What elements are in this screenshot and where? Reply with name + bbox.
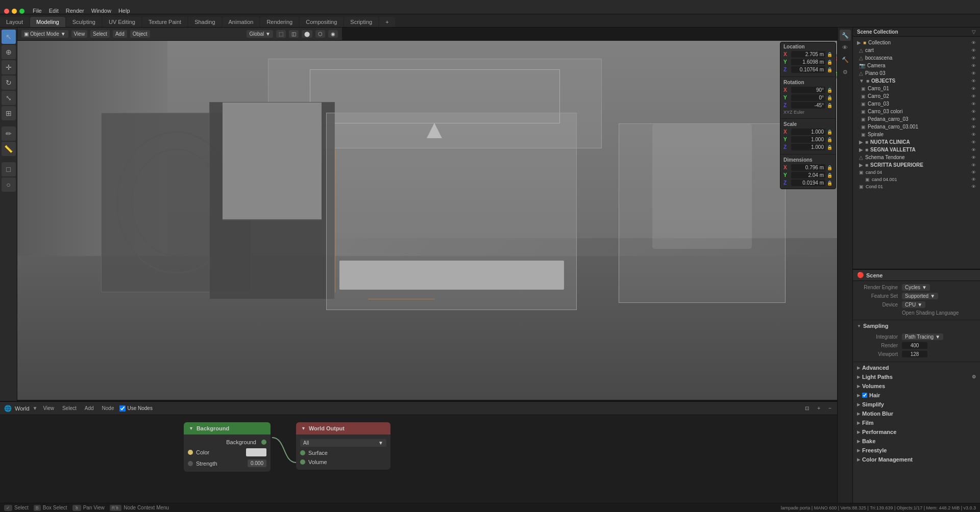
tool-rotate[interactable]: ↻ bbox=[2, 75, 16, 90]
shading-solid[interactable]: ⬤ bbox=[302, 30, 312, 38]
tree-schema-tendone[interactable]: △ Schema Tendone 👁 bbox=[853, 153, 980, 161]
render-engine-dropdown[interactable]: Cycles ▼ bbox=[902, 284, 930, 291]
loc-y-value[interactable]: 1.6098 m bbox=[791, 59, 825, 65]
nc-eye[interactable]: 👁 bbox=[971, 140, 976, 145]
rot-z-lock[interactable]: 🔒 bbox=[827, 103, 832, 108]
tree-cond01[interactable]: ▣ Cond 01 👁 bbox=[853, 183, 980, 190]
film-title[interactable]: ▶ Film bbox=[853, 418, 980, 427]
tab-animation[interactable]: Animation bbox=[223, 17, 260, 27]
tool-scale[interactable]: ⤡ bbox=[2, 91, 16, 105]
scale-z-value[interactable]: 1.000 bbox=[791, 144, 825, 150]
tree-camera[interactable]: 📷 Camera 👁 bbox=[853, 62, 980, 69]
dim-x-value[interactable]: 0.796 m bbox=[791, 164, 825, 171]
viewport-3d[interactable]: User Perspective (0) lampade porta | MAN… bbox=[17, 41, 852, 400]
volumes-title[interactable]: ▶ Volumes bbox=[853, 381, 980, 391]
tool-move[interactable]: ✛ bbox=[2, 60, 16, 74]
cart-eye[interactable]: 👁 bbox=[971, 48, 976, 53]
rot-y-lock[interactable]: 🔒 bbox=[827, 95, 832, 100]
performance-title[interactable]: ▶ Performance bbox=[853, 427, 980, 437]
tree-cand04-001[interactable]: ▣ cand 04.001 👁 bbox=[853, 176, 980, 183]
global-selector[interactable]: Global ▼ bbox=[247, 30, 273, 38]
tree-pedana[interactable]: ▣ Pedana_carro_03 👁 bbox=[853, 115, 980, 123]
ne-zoom-in[interactable]: + bbox=[815, 404, 823, 412]
ne-zoom-fit[interactable]: ⊡ bbox=[802, 404, 812, 412]
tree-nuota-clinica[interactable]: ▶ ■ NUOTA CLINICA 👁 bbox=[853, 138, 980, 146]
tab-add[interactable]: + bbox=[379, 17, 395, 27]
loc-z-lock[interactable]: 🔒 bbox=[827, 67, 832, 72]
tree-boccascena[interactable]: △ boccascena 👁 bbox=[853, 54, 980, 62]
spirale-eye[interactable]: 👁 bbox=[971, 132, 976, 137]
loc-x-value[interactable]: 2.705 m bbox=[791, 51, 825, 58]
dim-z-lock[interactable]: 🔒 bbox=[827, 181, 832, 186]
ne-node[interactable]: Node bbox=[100, 404, 117, 412]
shading-render[interactable]: ◉ bbox=[328, 30, 338, 38]
camera-eye[interactable]: 👁 bbox=[971, 63, 976, 68]
objects-eye[interactable]: 👁 bbox=[971, 79, 976, 84]
boccascena-eye[interactable]: 👁 bbox=[971, 56, 976, 61]
vp-select[interactable]: Select bbox=[90, 30, 110, 38]
tree-carro02[interactable]: ▣ Carro_02 👁 bbox=[853, 92, 980, 100]
tab-rendering[interactable]: Rendering bbox=[260, 17, 299, 27]
tree-objects-coll[interactable]: ▼ ■ OBJECTS 👁 bbox=[853, 77, 980, 85]
sampling-title[interactable]: ▼ Sampling bbox=[853, 321, 980, 330]
scale-z-lock[interactable]: 🔒 bbox=[827, 145, 832, 150]
overlay-btn[interactable]: ⬚ bbox=[276, 30, 286, 38]
carro03-eye[interactable]: 👁 bbox=[971, 101, 976, 107]
tool-transform[interactable]: ⊞ bbox=[2, 106, 16, 120]
vp-view[interactable]: View bbox=[71, 30, 88, 38]
hair-toggle[interactable] bbox=[862, 393, 867, 398]
rot-z-value[interactable]: -45° bbox=[791, 102, 825, 109]
rs-modifier[interactable]: ⚙ bbox=[840, 66, 851, 78]
tool-select[interactable]: ↖ bbox=[2, 30, 16, 44]
hair-title[interactable]: ▶ Hair bbox=[853, 391, 980, 400]
close-button[interactable] bbox=[4, 9, 9, 14]
rot-y-value[interactable]: 0° bbox=[791, 94, 825, 101]
tree-cand04[interactable]: ▣ cand 04 👁 bbox=[853, 169, 980, 176]
node-canvas[interactable]: World ▼ Background Background Color bbox=[0, 415, 852, 512]
rs-view[interactable]: 👁 bbox=[840, 42, 851, 53]
loc-x-lock[interactable]: 🔒 bbox=[827, 52, 832, 57]
scale-y-value[interactable]: 1.000 bbox=[791, 136, 825, 143]
ss-eye[interactable]: 👁 bbox=[971, 163, 976, 168]
tab-texture-paint[interactable]: Texture Paint bbox=[142, 17, 187, 27]
tool-cursor[interactable]: ⊕ bbox=[2, 45, 16, 59]
minimize-button[interactable] bbox=[12, 9, 17, 14]
menu-window[interactable]: Window bbox=[88, 7, 114, 15]
advanced-title[interactable]: ▶ Advanced bbox=[853, 363, 980, 372]
tree-collection[interactable]: ▶ ■ Collection 👁 bbox=[853, 39, 980, 46]
tree-pedana001[interactable]: ▣ Pedana_carro_03.001 👁 bbox=[853, 123, 980, 131]
menu-edit[interactable]: Edit bbox=[46, 7, 62, 15]
light-paths-title[interactable]: ▶ Light Paths ⚙ bbox=[853, 372, 980, 381]
tree-cart[interactable]: △ cart 👁 bbox=[853, 46, 980, 54]
mode-selector[interactable]: ▣ Object Mode ▼ bbox=[21, 30, 68, 38]
use-nodes-toggle[interactable] bbox=[119, 405, 126, 412]
render-samples-value[interactable]: 400 bbox=[902, 342, 927, 349]
tree-segna-valletta[interactable]: ▶ ■ SEGNA VALLETTA 👁 bbox=[853, 146, 980, 153]
lp-options[interactable]: ⚙ bbox=[972, 374, 976, 379]
device-dropdown[interactable]: CPU ▼ bbox=[902, 301, 925, 308]
xray-btn[interactable]: ◫ bbox=[289, 30, 299, 38]
loc-y-lock[interactable]: 🔒 bbox=[827, 60, 832, 65]
dim-x-lock[interactable]: 🔒 bbox=[827, 165, 832, 170]
menu-render[interactable]: Render bbox=[63, 7, 87, 15]
feature-dropdown[interactable]: Supported ▼ bbox=[902, 293, 938, 299]
scale-x-lock[interactable]: 🔒 bbox=[827, 130, 832, 135]
carro01-eye[interactable]: 👁 bbox=[971, 86, 976, 91]
world-output-node[interactable]: ▼ World Output All ▼ Surface Volume bbox=[296, 422, 390, 470]
cond01-eye[interactable]: 👁 bbox=[971, 184, 976, 189]
ne-select[interactable]: Select bbox=[60, 404, 79, 412]
vp-object[interactable]: Object bbox=[130, 30, 150, 38]
maximize-button[interactable] bbox=[19, 9, 24, 14]
dim-y-lock[interactable]: 🔒 bbox=[827, 173, 832, 178]
tab-scripting[interactable]: Scripting bbox=[344, 17, 378, 27]
tree-carro03[interactable]: ▣ Carro_03 👁 bbox=[853, 100, 980, 108]
rot-x-value[interactable]: 90° bbox=[791, 87, 825, 93]
vp-add[interactable]: Add bbox=[113, 30, 127, 38]
viewport-samples-value[interactable]: 128 bbox=[902, 351, 927, 357]
ne-zoom-out[interactable]: − bbox=[826, 404, 834, 412]
dim-y-value[interactable]: 2.04 m bbox=[791, 172, 825, 178]
tree-scritta-superiore[interactable]: ▶ ■ SCRITTA SUPERIORE 👁 bbox=[853, 161, 980, 169]
tab-layout[interactable]: Layout bbox=[0, 17, 29, 27]
menu-help[interactable]: Help bbox=[115, 7, 133, 15]
freestyle-title[interactable]: ▶ Freestyle bbox=[853, 446, 980, 455]
